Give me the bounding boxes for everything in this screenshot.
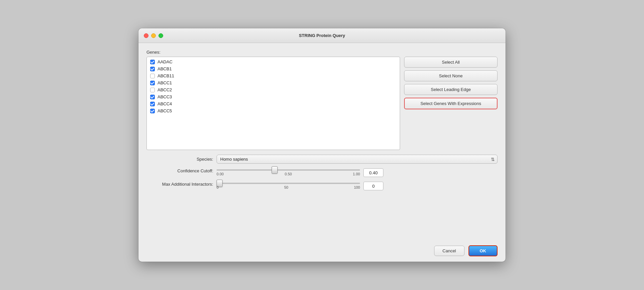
dialog-content: Genes: AADACABCB1ABCB11ABCC1ABCC2ABCC3AB… <box>138 43 506 241</box>
select-none-button[interactable]: Select None <box>404 70 498 81</box>
cancel-button[interactable]: Cancel <box>434 246 464 256</box>
gene-checkbox[interactable] <box>150 95 155 99</box>
genes-row: AADACABCB1ABCB11ABCC1ABCC2ABCC3ABCC4ABCC… <box>146 57 498 150</box>
max-interactors-slider[interactable] <box>217 183 360 184</box>
species-label: Species: <box>146 157 213 162</box>
list-item[interactable]: ABCC5 <box>147 107 400 114</box>
close-button[interactable] <box>144 33 148 38</box>
confidence-cutoff-slider[interactable] <box>217 169 360 171</box>
gene-checkbox[interactable] <box>150 74 155 78</box>
list-item[interactable]: ABCC2 <box>147 86 400 93</box>
max-interactors-label: Max Additional Interactors: <box>146 182 213 187</box>
genes-label: Genes: <box>146 50 498 55</box>
max-interactors-value: 0 <box>363 182 383 190</box>
dialog-window: STRING Protein Query Genes: AADACABCB1AB… <box>138 28 506 262</box>
gene-name: ABCB1 <box>157 66 172 71</box>
confidence-slider-container: 0.00 0.50 1.00 <box>217 169 360 176</box>
list-item[interactable]: ABCC1 <box>147 79 400 86</box>
maximize-button[interactable] <box>158 33 163 38</box>
window-title: STRING Protein Query <box>299 33 345 38</box>
select-leading-edge-button[interactable]: Select Leading Edge <box>404 84 498 95</box>
confidence-cutoff-value: 0.40 <box>363 168 383 177</box>
dialog-footer: Cancel OK <box>138 241 506 262</box>
confidence-cutoff-row: Confidence Cutoff: 0.00 0.50 1.00 0.40 <box>146 168 498 177</box>
titlebar: STRING Protein Query <box>138 28 506 43</box>
gene-name: ABCC2 <box>157 87 172 92</box>
confidence-cutoff-section: 0.00 0.50 1.00 0.40 <box>217 168 383 177</box>
gene-checkbox[interactable] <box>150 102 155 106</box>
gene-name: ABCC1 <box>157 80 172 85</box>
max-interactors-min-label: 0 <box>217 185 219 189</box>
max-interactors-row: Max Additional Interactors: 0 50 100 0 <box>146 182 498 190</box>
gene-name: ABCB11 <box>157 73 174 78</box>
genes-section: Genes: AADACABCB1ABCB11ABCC1ABCC2ABCC3AB… <box>146 50 498 150</box>
max-interactors-slider-labels: 0 50 100 <box>217 185 360 189</box>
gene-name: AADAC <box>157 59 173 64</box>
confidence-min-label: 0.00 <box>217 172 224 176</box>
confidence-cutoff-label: Confidence Cutoff: <box>146 168 213 173</box>
gene-name: ABCC5 <box>157 108 172 113</box>
select-genes-expressions-button[interactable]: Select Genes With Expressions <box>404 98 498 109</box>
list-item[interactable]: AADAC <box>147 58 400 65</box>
max-interactors-section: 0 50 100 0 <box>217 182 383 190</box>
list-item[interactable]: ABCB1 <box>147 65 400 72</box>
max-interactors-mid-label: 50 <box>284 185 288 189</box>
gene-checkbox[interactable] <box>150 60 155 64</box>
gene-name: ABCC4 <box>157 101 172 106</box>
confidence-max-label: 1.00 <box>353 172 360 176</box>
list-item[interactable]: ABCC4 <box>147 100 400 107</box>
gene-checkbox[interactable] <box>150 81 155 85</box>
list-item[interactable]: ABCC3 <box>147 93 400 100</box>
confidence-slider-with-value: 0.00 0.50 1.00 0.40 <box>217 168 383 177</box>
minimize-button[interactable] <box>151 33 156 38</box>
confidence-mid-label: 0.50 <box>285 172 292 176</box>
gene-checkbox[interactable] <box>150 109 155 113</box>
confidence-slider-labels: 0.00 0.50 1.00 <box>217 172 360 176</box>
species-select[interactable]: Homo sapiens Mus musculus Rattus norvegi… <box>217 155 498 164</box>
gene-list[interactable]: AADACABCB1ABCB11ABCC1ABCC2ABCC3ABCC4ABCC… <box>146 57 400 150</box>
list-item[interactable]: ABCB11 <box>147 72 400 79</box>
traffic-lights <box>144 33 163 38</box>
ok-button[interactable]: OK <box>468 245 498 256</box>
max-interactors-slider-with-value: 0 50 100 0 <box>217 182 383 190</box>
gene-buttons: Select All Select None Select Leading Ed… <box>404 57 498 109</box>
gene-checkbox[interactable] <box>150 67 155 71</box>
max-interactors-slider-container: 0 50 100 <box>217 183 360 189</box>
species-row: Species: Homo sapiens Mus musculus Rattu… <box>146 155 498 164</box>
species-select-wrapper: Homo sapiens Mus musculus Rattus norvegi… <box>217 155 498 164</box>
select-all-button[interactable]: Select All <box>404 57 498 68</box>
gene-checkbox[interactable] <box>150 88 155 92</box>
gene-name: ABCC3 <box>157 94 172 99</box>
max-interactors-max-label: 100 <box>354 185 360 189</box>
